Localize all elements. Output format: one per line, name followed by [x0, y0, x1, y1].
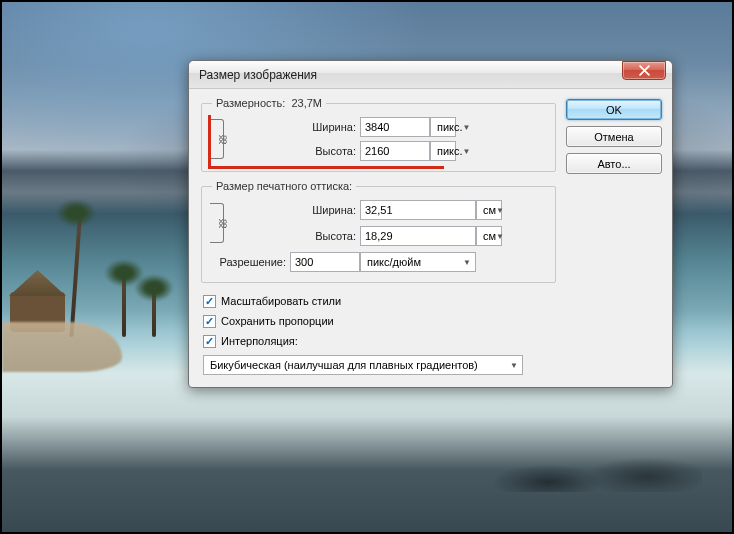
link-bracket: ⛓ [210, 203, 224, 243]
cancel-button[interactable]: Отмена [566, 126, 662, 147]
titlebar[interactable]: Размер изображения [189, 61, 672, 89]
print-width-label: Ширина: [290, 204, 360, 216]
auto-button[interactable]: Авто... [566, 153, 662, 174]
close-icon [639, 65, 650, 76]
height-label: Высота: [290, 145, 360, 157]
print-size-group: Размер печатного оттиска: Ширина: см ▼ ⛓… [201, 180, 556, 283]
dialog-title: Размер изображения [199, 68, 317, 82]
interpolation-method-select[interactable]: Бикубическая (наилучшая для плавных град… [203, 355, 523, 375]
pixel-height-unit-select[interactable]: пикс. ▼ [430, 141, 456, 161]
print-width-input[interactable] [360, 200, 476, 220]
resolution-unit-select[interactable]: пикс/дюйм ▼ [360, 252, 476, 272]
wallpaper-palm [152, 282, 156, 337]
print-height-unit-select[interactable]: см ▼ [476, 226, 502, 246]
chevron-down-icon: ▼ [510, 361, 518, 370]
constrain-proportions-label: Сохранить пропорции [221, 315, 334, 327]
pixel-width-unit-select[interactable]: пикс. ▼ [430, 117, 456, 137]
chevron-down-icon: ▼ [496, 206, 504, 215]
pixel-dimensions-legend: Размерность: 23,7M [212, 97, 326, 109]
resolution-input[interactable] [290, 252, 360, 272]
wallpaper-rocks [482, 442, 702, 492]
width-label: Ширина: [290, 121, 360, 133]
chain-icon: ⛓ [218, 218, 228, 229]
print-height-label: Высота: [290, 230, 360, 242]
scale-styles-checkbox[interactable] [203, 295, 216, 308]
print-height-input[interactable] [360, 226, 476, 246]
chevron-down-icon: ▼ [463, 147, 471, 156]
print-width-unit-select[interactable]: см ▼ [476, 200, 502, 220]
chain-icon: ⛓ [218, 134, 228, 145]
wallpaper-beach [2, 322, 122, 372]
image-size-dialog: Размер изображения Размерность: 23,7M Ши… [188, 60, 673, 388]
resolution-label: Разрешение: [212, 256, 290, 268]
pixel-width-input[interactable] [360, 117, 430, 137]
chevron-down-icon: ▼ [463, 258, 471, 267]
pixel-dimensions-group: Размерность: 23,7M Ширина: пикс. ▼ ⛓ Выс… [201, 97, 556, 172]
resample-label: Интерполяция: [221, 335, 298, 347]
wallpaper-palm [122, 267, 126, 337]
scale-styles-label: Масштабировать стили [221, 295, 341, 307]
resample-checkbox[interactable] [203, 335, 216, 348]
ok-button[interactable]: OK [566, 99, 662, 120]
link-bracket: ⛓ [210, 119, 224, 159]
wallpaper-palm [74, 207, 78, 337]
pixel-height-input[interactable] [360, 141, 430, 161]
chevron-down-icon: ▼ [463, 123, 471, 132]
chevron-down-icon: ▼ [496, 232, 504, 241]
print-size-legend: Размер печатного оттиска: [212, 180, 356, 192]
close-button[interactable] [622, 61, 666, 80]
constrain-proportions-checkbox[interactable] [203, 315, 216, 328]
